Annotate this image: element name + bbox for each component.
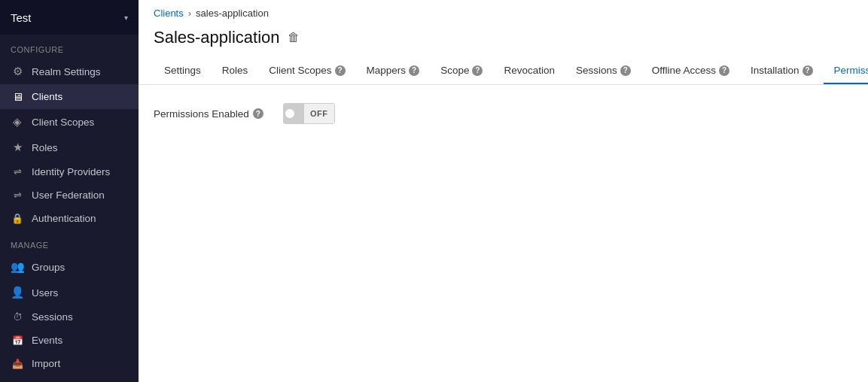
sidebar-item-sessions[interactable]: ⏱ Sessions bbox=[0, 305, 139, 329]
identity-providers-icon: ⇌ bbox=[11, 166, 24, 177]
import-icon: 📥 bbox=[11, 359, 24, 369]
events-icon: 📅 bbox=[11, 335, 24, 346]
toggle-track bbox=[284, 104, 303, 123]
client-scopes-help-icon[interactable]: ? bbox=[335, 65, 346, 76]
permissions-enabled-toggle[interactable]: OFF bbox=[283, 103, 335, 124]
breadcrumb-clients-link[interactable]: Clients bbox=[154, 8, 184, 19]
tab-client-scopes[interactable]: Client Scopes ? bbox=[258, 58, 355, 85]
sidebar-item-identity-providers[interactable]: ⇌ Identity Providers bbox=[0, 160, 139, 183]
delete-client-button[interactable]: 🗑 bbox=[288, 31, 300, 44]
tab-mappers[interactable]: Mappers ? bbox=[356, 58, 431, 85]
tab-roles[interactable]: Roles bbox=[212, 58, 259, 85]
user-federation-icon: ⇌ bbox=[11, 189, 24, 201]
sidebar-item-realm-settings[interactable]: ⚙ Realm Settings bbox=[0, 59, 139, 84]
tab-installation[interactable]: Installation ? bbox=[740, 58, 824, 85]
users-icon: 👤 bbox=[11, 286, 24, 299]
sidebar-item-user-federation[interactable]: ⇌ User Federation bbox=[0, 183, 139, 207]
realm-settings-icon: ⚙ bbox=[11, 65, 24, 78]
authentication-icon: 🔒 bbox=[11, 213, 24, 224]
sidebar-item-roles[interactable]: ★ Roles bbox=[0, 135, 139, 160]
configure-section-label: Configure bbox=[0, 35, 139, 59]
main-content: Clients › sales-application Sales-applic… bbox=[139, 0, 868, 382]
sidebar-item-clients[interactable]: 🖥 Clients bbox=[0, 84, 139, 109]
tab-settings[interactable]: Settings bbox=[154, 58, 212, 85]
tab-sessions[interactable]: Sessions ? bbox=[565, 58, 641, 85]
roles-icon: ★ bbox=[11, 141, 24, 154]
sidebar-item-label: Client Scopes bbox=[32, 117, 94, 128]
sidebar-item-label: Authentication bbox=[32, 213, 96, 224]
toggle-label: OFF bbox=[303, 104, 334, 123]
sidebar-item-label: Clients bbox=[32, 91, 62, 102]
sidebar-item-users[interactable]: 👤 Users bbox=[0, 280, 139, 305]
realm-selector[interactable]: Test ▾ bbox=[0, 0, 139, 35]
page-title: Sales-application bbox=[154, 28, 280, 47]
breadcrumb: Clients › sales-application bbox=[139, 0, 868, 23]
sidebar-item-label: User Federation bbox=[32, 189, 105, 201]
sidebar-item-label: Roles bbox=[32, 142, 58, 153]
breadcrumb-separator: › bbox=[188, 8, 191, 19]
tab-scope[interactable]: Scope ? bbox=[430, 58, 493, 85]
realm-chevron-icon: ▾ bbox=[124, 14, 128, 22]
breadcrumb-current: sales-application bbox=[196, 8, 269, 19]
client-scopes-icon: ◈ bbox=[11, 115, 24, 129]
page-title-row: Sales-application 🗑 bbox=[139, 23, 868, 58]
realm-name: Test bbox=[11, 11, 32, 24]
sessions-icon: ⏱ bbox=[11, 311, 24, 323]
manage-section-label: Manage bbox=[0, 230, 139, 254]
sidebar-item-label: Sessions bbox=[32, 311, 73, 323]
sidebar-item-label: Realm Settings bbox=[32, 66, 101, 77]
tab-offline-access[interactable]: Offline Access ? bbox=[641, 58, 740, 85]
sidebar-item-export[interactable]: 📤 Export bbox=[0, 375, 139, 382]
sidebar-item-groups[interactable]: 👥 Groups bbox=[0, 254, 139, 280]
sidebar-item-client-scopes[interactable]: ◈ Client Scopes bbox=[0, 109, 139, 135]
permissions-enabled-row: Permissions Enabled ? OFF bbox=[154, 103, 853, 124]
sidebar-item-import[interactable]: 📥 Import bbox=[0, 352, 139, 375]
sidebar-item-label: Events bbox=[32, 335, 62, 346]
tabs-bar: Settings Roles Client Scopes ? Mappers ?… bbox=[139, 58, 868, 85]
groups-icon: 👥 bbox=[11, 260, 24, 274]
sidebar-item-label: Import bbox=[32, 358, 60, 369]
sidebar: Test ▾ Configure ⚙ Realm Settings 🖥 Clie… bbox=[0, 0, 139, 382]
tab-permissions[interactable]: Permissions ? bbox=[824, 58, 868, 85]
sidebar-item-authentication[interactable]: 🔒 Authentication bbox=[0, 207, 139, 230]
clients-icon: 🖥 bbox=[11, 90, 24, 103]
mappers-help-icon[interactable]: ? bbox=[409, 65, 419, 76]
installation-help-icon[interactable]: ? bbox=[803, 65, 813, 76]
permissions-content: Permissions Enabled ? OFF bbox=[139, 85, 868, 382]
sidebar-item-label: Groups bbox=[32, 262, 65, 273]
tab-revocation[interactable]: Revocation bbox=[493, 58, 565, 85]
scope-help-icon[interactable]: ? bbox=[472, 65, 483, 76]
sidebar-item-label: Users bbox=[32, 287, 58, 299]
offline-access-help-icon[interactable]: ? bbox=[719, 65, 729, 76]
sidebar-item-label: Identity Providers bbox=[32, 166, 110, 177]
sidebar-item-events[interactable]: 📅 Events bbox=[0, 329, 139, 352]
permissions-enabled-help-icon[interactable]: ? bbox=[253, 108, 263, 119]
permissions-enabled-label: Permissions Enabled ? bbox=[154, 108, 274, 120]
sessions-help-icon[interactable]: ? bbox=[620, 65, 631, 76]
